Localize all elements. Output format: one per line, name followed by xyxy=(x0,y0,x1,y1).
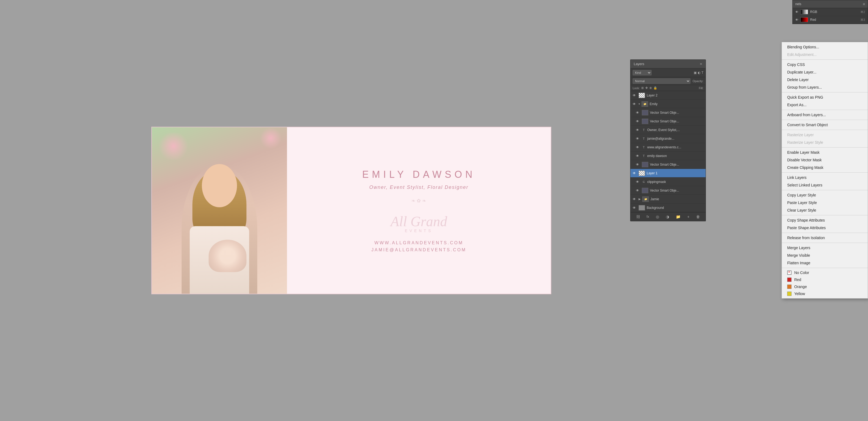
layer-visibility-icon[interactable]: 👁 xyxy=(636,111,640,115)
layer-expand-icon[interactable]: ▶ xyxy=(639,197,641,200)
menu-clear-layer-style[interactable]: Clear Layer Style xyxy=(782,206,868,214)
menu-blending-options[interactable]: Blending Options... xyxy=(782,43,868,51)
channel-thumb-red xyxy=(801,17,808,22)
new-group-icon[interactable]: 📁 xyxy=(676,215,680,219)
layer-visibility-icon[interactable]: 👁 xyxy=(632,102,637,106)
menu-group-from-layers[interactable]: Group from Layers... xyxy=(782,84,868,91)
layer-visibility-icon[interactable]: 👁 xyxy=(632,206,637,210)
layer-item[interactable]: 👁 Vector Smart Obje... xyxy=(630,108,706,117)
menu-color-red[interactable]: Red xyxy=(782,276,868,283)
menu-color-orange[interactable]: Orange xyxy=(782,283,868,290)
menu-disable-vector-mask[interactable]: Disable Vector Mask xyxy=(782,156,868,164)
menu-artboard-from-layers[interactable]: Artboard from Layers... xyxy=(782,111,868,119)
layer-item[interactable]: 👁 T emily dawson xyxy=(630,152,706,160)
layer-item[interactable]: 👁 Vector Smart Obje... xyxy=(630,186,706,195)
menu-copy-shape-attributes[interactable]: Copy Shape Attributes xyxy=(782,217,868,224)
lock-position-icon[interactable]: ⊞ xyxy=(641,86,644,90)
layer-type-text-icon: T xyxy=(642,128,646,132)
layer-visibility-icon[interactable]: 👁 xyxy=(636,154,640,158)
menu-color-yellow[interactable]: Yellow xyxy=(782,290,868,297)
layer-name: clippingmask xyxy=(647,180,704,184)
layer-visibility-icon[interactable]: 👁 xyxy=(636,180,640,184)
menu-enable-layer-mask[interactable]: Enable Layer Mask xyxy=(782,149,868,156)
color-label-yellow: Yellow xyxy=(794,292,805,296)
menu-delete-layer[interactable]: Delete Layer xyxy=(782,76,868,84)
menu-quick-export-png[interactable]: Quick Export as PNG xyxy=(782,94,868,101)
layers-lock-bar: Lock: ⊞ ✥ ⊕ 🔒 Fill: xyxy=(630,85,706,91)
menu-select-linked-layers[interactable]: Select Linked Layers xyxy=(782,181,868,189)
lock-move-icon[interactable]: ✥ xyxy=(645,86,648,90)
menu-link-layers[interactable]: Link Layers xyxy=(782,174,868,181)
new-layer-icon[interactable]: + xyxy=(687,215,689,219)
layer-name: Jamie xyxy=(650,197,704,201)
menu-paste-shape-attributes[interactable]: Paste Shape Attributes xyxy=(782,224,868,232)
channels-header: nels ≡ xyxy=(793,0,868,8)
layers-list: 👁 Layer 2 👁 ▾ 📁 Emily 👁 Vector Smart Obj… xyxy=(630,91,706,212)
canvas-area: EMILY DAWSON Owner, Event Stylist, Flora… xyxy=(0,0,703,421)
menu-flatten-image[interactable]: Flatten Image xyxy=(782,259,868,267)
link-layers-icon[interactable]: ⛓ xyxy=(636,215,640,219)
menu-separator xyxy=(782,147,868,148)
layer-visibility-icon[interactable]: 👁 xyxy=(636,120,640,123)
channel-item-red[interactable]: 👁 Red ⌘3 xyxy=(793,16,868,24)
card-logo-area: ❧ ✿ ❧ xyxy=(411,198,426,204)
menu-export-as[interactable]: Export As... xyxy=(782,101,868,109)
lock-artboard-icon[interactable]: ⊕ xyxy=(649,86,652,90)
layer-visibility-icon[interactable]: 👁 xyxy=(632,171,637,175)
layer-item-jamie-group[interactable]: 👁 ▶ 📁 Jamie xyxy=(630,195,706,203)
layer-visibility-icon[interactable]: 👁 xyxy=(636,163,640,166)
menu-merge-layers[interactable]: Merge Layers xyxy=(782,244,868,252)
layer-item-layer1[interactable]: 👁 Layer 1 xyxy=(630,169,706,177)
menu-convert-smart-object[interactable]: Convert to Smart Object xyxy=(782,121,868,129)
delete-layer-icon[interactable]: 🗑 xyxy=(696,215,700,219)
layer-type-text-icon: T xyxy=(642,154,646,158)
layer-visibility-icon[interactable]: 👁 xyxy=(636,137,640,140)
channel-eye-rgb[interactable]: 👁 xyxy=(795,10,798,13)
channel-eye-red[interactable]: 👁 xyxy=(795,18,798,21)
add-adjustment-icon[interactable]: ◑ xyxy=(666,215,669,219)
layer-item[interactable]: 👁 T www.allgrandevents.c... xyxy=(630,143,706,152)
layer-type-text-icon: T xyxy=(642,145,646,149)
layer-item-emily-group[interactable]: 👁 ▾ 📁 Emily xyxy=(630,100,706,108)
menu-color-no-color[interactable]: No Color xyxy=(782,269,868,276)
filter-adjust-icon[interactable]: ◐ xyxy=(698,71,701,74)
color-swatch-yellow xyxy=(787,292,792,296)
layer-name: emily dawson xyxy=(647,154,704,158)
layer-visibility-icon[interactable]: 👁 xyxy=(632,197,637,201)
filter-type-icon[interactable]: T xyxy=(702,71,704,74)
layers-kind-select[interactable]: Kind xyxy=(632,70,652,75)
layer-thumbnail xyxy=(639,205,645,210)
layer-item[interactable]: 👁 Vector Smart Obje... xyxy=(630,117,706,126)
menu-separator xyxy=(782,190,868,190)
menu-paste-layer-style[interactable]: Paste Layer Style xyxy=(782,199,868,206)
layer-visibility-icon[interactable]: 👁 xyxy=(636,189,640,192)
channels-title: nels xyxy=(795,2,801,6)
blend-mode-select[interactable]: Normal xyxy=(632,78,690,84)
layer-visibility-icon[interactable]: 👁 xyxy=(632,94,637,97)
layer-item-background[interactable]: 👁 Background xyxy=(630,203,706,212)
menu-duplicate-layer[interactable]: Duplicate Layer... xyxy=(782,68,868,76)
menu-merge-visible[interactable]: Merge Visible xyxy=(782,252,868,259)
menu-copy-layer-style[interactable]: Copy Layer Style xyxy=(782,191,868,199)
menu-release-from-isolation[interactable]: Release from Isolation xyxy=(782,234,868,241)
layer-item[interactable]: 👁 T jamie@allgrande... xyxy=(630,134,706,143)
menu-create-clipping-mask[interactable]: Create Clipping Mask xyxy=(782,164,868,171)
layers-panel-header: Layers ✕ xyxy=(630,60,706,68)
layer-expand-icon[interactable]: ▾ xyxy=(639,102,640,105)
add-effect-icon[interactable]: fx xyxy=(647,215,649,219)
layer-item[interactable]: 👁 Layer 2 xyxy=(630,91,706,100)
menu-copy-css[interactable]: Copy CSS xyxy=(782,61,868,68)
channels-menu-icon[interactable]: ≡ xyxy=(863,2,865,6)
filter-pixel-icon[interactable]: ▣ xyxy=(694,71,697,74)
layers-panel-close[interactable]: ✕ xyxy=(700,62,702,66)
layer-name: Vector Smart Obje... xyxy=(650,111,704,115)
layer-item[interactable]: 👁 Vector Smart Obje... xyxy=(630,160,706,169)
layer-item-clippingmask[interactable]: 👁 ⊏ clippingmask xyxy=(630,177,706,186)
layer-visibility-icon[interactable]: 👁 xyxy=(636,128,640,132)
layer-item[interactable]: 👁 T Owner, Event Stylist,... xyxy=(630,126,706,134)
lock-all-icon[interactable]: 🔒 xyxy=(653,86,657,90)
channel-item-rgb[interactable]: 👁 RGB ⌘2 xyxy=(793,8,868,16)
menu-rasterize-layer-style: Rasterize Layer Style xyxy=(782,139,868,146)
add-mask-icon[interactable]: ◎ xyxy=(656,215,659,219)
layer-visibility-icon[interactable]: 👁 xyxy=(636,145,640,149)
